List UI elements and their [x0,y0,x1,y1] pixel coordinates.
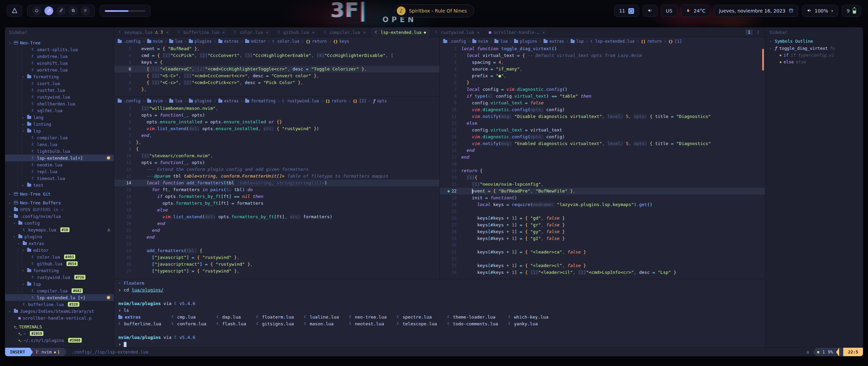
power-button[interactable] [32,6,41,15]
tree-item-keymaps-lua[interactable]: ☾keymaps.lua#10⚠ [5,226,114,233]
code-line[interactable]: 21 [1]"neovim/nvim-lspconfig", [440,181,765,188]
code-line[interactable]: 5 prefix = "●", [440,73,765,79]
tree-item-item[interactable]: >_~#2859 [5,330,114,337]
tree-item-lsp[interactable]: ▾lsp [5,281,114,287]
tab-github-lua[interactable]: ☾github.lua× [273,27,319,37]
tree-item-lightbulb-lua[interactable]: ☾lightbulb.lua [5,148,114,155]
outline-item-else[interactable]: ◈elseelse [765,58,863,65]
breadcrumb-item[interactable]: nvim [147,39,163,44]
code-line[interactable]: 22 end [114,234,439,241]
breadcrumb-item[interactable]: .config [443,39,466,44]
code-line[interactable]: 16 if opts.formatters_by_ft[ft] == nil t… [114,193,439,200]
tree-item-lsp-extended-lu[interactable]: ☾lsp-extended.lu [+] [5,294,114,301]
scrollbar-handle[interactable] [762,49,764,70]
clipboard-button[interactable] [69,6,78,15]
close-icon[interactable]: × [222,30,225,35]
code-line[interactable]: 8 { [1]"<C-c>", [2]"<cmd>CccPick<cr>", d… [114,79,439,86]
tree-item-isort-lua[interactable]: ☾isort.lua [5,80,114,87]
breadcrumb-item[interactable]: lua [169,99,182,103]
tree-item-extras[interactable]: ▾extras [5,240,114,247]
code-line[interactable]: 1local function toggle_diag_virtext() [440,45,765,52]
battery-button[interactable]: 9 [842,5,861,17]
code-line[interactable]: 26 ["javascriptreact"] = { "rustywind" }… [114,261,439,268]
tree-item-shellharden-lua[interactable]: ☾shellharden.lua [5,100,114,107]
tabpage-2[interactable]: 2 [754,29,762,35]
code-line[interactable]: 4 cmd = { [1]"CccPick", [2]"CccConvert",… [114,52,439,59]
code-line[interactable]: 15 for ft, formatters in pairs(t: tbl) d… [114,186,439,193]
tree-item-smart-splits-lua[interactable]: ☾smart-splits.lua [5,46,114,53]
code-line[interactable]: 9 }, [114,86,439,93]
code-line[interactable]: 20 [1]{ [440,174,765,181]
code-line[interactable]: 4 opts = function(_, opts) [114,112,439,119]
weather-button[interactable]: 24°C [681,5,711,17]
link-button[interactable] [57,6,65,15]
tree-item-compiler-lua[interactable]: ☾compiler.lua#682 [5,287,114,294]
code-line[interactable]: 8}, [114,139,439,146]
tree-item-github-lua[interactable]: ☾github.lua#654 [5,260,114,267]
tree-item-test[interactable]: ▸test [5,182,114,188]
breadcrumb-item[interactable]: nvim [147,99,163,103]
tree-item-repl-lua[interactable]: ☾repl.lua [5,168,114,175]
tree-item-scrollbar-handle-vertical-p[interactable]: ▦scrollbar-handle-vertical.p [5,314,114,321]
breadcrumb-item[interactable]: {}keys [333,39,349,44]
code-line[interactable]: 15 vim.notify(msg: "Enabled diagnostics … [440,140,765,147]
symbols-outline-header[interactable]: ▾ Symbols Outline [765,37,863,45]
tree-item-juegos-indies-steamlibrary-st[interactable]: ▸Juegos/Indies/SteamLibrary/st [5,308,114,314]
tab-compiler-lua[interactable]: ☾compiler.lua× [319,27,371,37]
breadcrumb-item[interactable]: nvim [472,39,488,44]
code-line[interactable]: 10 vim.diagnostic.config(opts: config) [440,106,765,113]
sidebar-section-terminals[interactable]: >_TERMINALS [5,323,114,330]
tree-item-editor[interactable]: ▾editor [5,247,114,253]
code-line[interactable]: ◉22 event = { "BufReadPre", "BufNewFile"… [440,188,765,195]
code-line[interactable]: 24 local keys = require(modname: "lazyvi… [440,201,765,208]
code-line[interactable]: 6 } [440,79,765,86]
tab-lsp-extended-lua[interactable]: ☾lsp-extended.lua● [371,27,431,37]
notes-button[interactable] [81,6,90,15]
breadcrumb-item[interactable]: []return [641,39,662,44]
code-line[interactable]: 7 end, [114,132,439,139]
code-line[interactable]: 26 keys[#keys + 1] = { "gd", false } [440,215,765,222]
code-line[interactable]: 12 --- Extend the conform plugin config … [114,166,439,173]
breadcrumb-item[interactable]: ☾color.lua [272,39,299,44]
code-line[interactable]: 14 vim.diagnostic.config(opts: config) [440,134,765,140]
sidebar-section-neo-tree-git[interactable]: ▸Neo-Tree Git [5,190,114,197]
close-icon[interactable]: × [363,30,366,35]
tree-item-config-nvim-lua[interactable]: ▾.config/nvim/lua [5,213,114,220]
media-progress[interactable] [100,5,151,17]
tree-item-color-lua[interactable]: ☾color.lua#493 [5,253,114,260]
window-count-button[interactable]: 11 [614,5,639,17]
outline-item-if[interactable]: ◈ifif type(config.vi [765,52,863,58]
tree-item-timeout-lua[interactable]: ☾timeout.lua [5,175,114,182]
code-line[interactable]: 17 opts.formatters_by_ft[ft] = formatter… [114,200,439,207]
breadcrumb-item[interactable]: ƒopts [373,99,387,103]
code-line[interactable]: 7 local config = vim.diagnostic.config() [440,86,765,93]
code-line[interactable]: 12 else [440,120,765,127]
breadcrumb-item[interactable]: extras [218,99,239,103]
breadcrumb-item[interactable]: {}[2] [353,99,367,103]
breadcrumb-item[interactable]: .config [118,39,141,44]
terminal-body[interactable]: › cd lua/plugins/ nvim/lua/plugins via ☾… [114,287,765,347]
tab-rustywind-lua[interactable]: ☾rustywind.lua× [431,27,485,37]
tab-scrollbar-handle[interactable]: ▦scrollbar-handle-…× [485,27,550,37]
code-line[interactable]: 33 keys[#keys + 1] = { "<leader>cl", fal… [440,262,765,269]
code-line[interactable]: 23 [114,241,439,247]
breadcrumb-item[interactable]: {}return [306,39,327,44]
tree-item-plugins[interactable]: ▾plugins [5,233,114,240]
launcher-button[interactable] [7,5,22,17]
breadcrumb-item[interactable]: {}[1] [668,39,682,44]
tree-item-config[interactable]: ▾config [5,220,114,226]
tab-color-lua[interactable]: ☾color.lua× [230,27,273,37]
code-line[interactable]: 7 { [1]"<S-C>", [2]"<cmd>CccConvert<cr>"… [114,73,439,79]
tab-bufferline-lua[interactable]: ☾bufferline.lua× [173,27,230,37]
breadcrumb-item[interactable]: plugins [189,39,212,44]
code-line[interactable]: 6 { [1]"<leader>uC", [2]"<cmd>CccHighlig… [114,66,439,73]
breadcrumb-item[interactable]: ☾rustywind.lua [282,99,319,103]
code-line[interactable]: 14 local function add_formatters(tbl :ta… [114,180,439,186]
code-line[interactable]: 18 [440,161,765,167]
tree-item-lens-lua[interactable]: ☾lens.lua [5,141,114,148]
code-line[interactable]: 17end [440,154,765,161]
breadcrumb-item[interactable]: ☾lsp-extended.lua [590,39,634,44]
code-line[interactable]: 24 add_formatters(tbl: { [114,247,439,254]
code-line[interactable]: 18 else [114,207,439,214]
tree-item-lsp-extended-lu[interactable]: ☾lsp-extended.lu[+] [5,155,114,161]
